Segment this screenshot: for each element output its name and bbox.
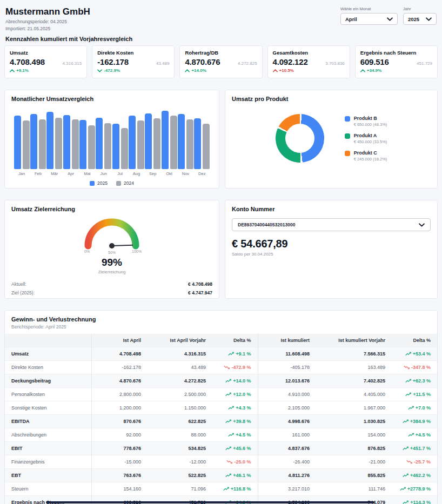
x-axis-label: Sep — [145, 171, 161, 176]
delta-badge: +11.5 % — [405, 392, 431, 397]
chevron-down-icon — [426, 17, 432, 21]
trend-down-icon — [404, 365, 410, 369]
delta-kumuliert-cell: +114.3 % — [392, 496, 437, 504]
bar-2025 — [162, 111, 169, 169]
delta-kumuliert-cell: +62.3 % — [392, 374, 437, 388]
kpi-value: 609.516 — [360, 57, 389, 66]
donut-legend-item: Produkt B € 650.000 (48.3%) — [345, 116, 387, 127]
account-card-title: Konto Nummer — [232, 206, 431, 212]
trend-down-icon — [226, 460, 232, 464]
ist-april-cell: 92.000 — [91, 428, 148, 442]
bar-group — [177, 111, 193, 169]
delta-april-cell: +14.0 % — [212, 374, 258, 388]
month-select-value: April — [345, 16, 357, 22]
ist-april-cell: 4.708.498 — [91, 347, 148, 361]
bar-2025 — [145, 113, 152, 169]
trend-up-icon — [225, 419, 231, 424]
billing-period-subtitle: Abrechnungsperiode: 04.2025 — [5, 19, 90, 24]
kpi-delta-value: -472.9% — [104, 68, 120, 73]
bar-group — [194, 111, 210, 169]
x-axis-label: Apr — [63, 171, 79, 176]
chevron-down-icon — [97, 69, 102, 72]
ist-kumuliert-cell: 161.000 — [258, 428, 316, 442]
ist-kumuliert-vorjahr-cell: 111.746 — [316, 482, 392, 496]
legend-item: 2024 — [116, 180, 134, 186]
kpi-delta: +14.0% — [185, 68, 257, 73]
x-axis-label: Feb — [30, 171, 46, 176]
page-header: Mustermann GmbH Abrechnungsperiode: 04.2… — [4, 4, 438, 33]
trend-up-icon — [403, 419, 408, 424]
profit-loss-card: Gewinn- und Verlustrechnung Berichtsperi… — [4, 310, 438, 504]
row-label: Sonstige Kosten — [5, 401, 91, 415]
delta-badge: -25.7 % — [406, 459, 431, 465]
delta-kumuliert-cell: +4.5 % — [392, 428, 437, 442]
kpi-value: -162.178 — [97, 57, 129, 66]
delta-kumuliert-cell: +451.7 % — [392, 442, 437, 455]
account-balance: € 54.667,89 — [232, 238, 431, 250]
delta-april-cell: +39.8 % — [212, 415, 258, 428]
header-text: Mustermann GmbH Abrechnungsperiode: 04.2… — [5, 6, 90, 31]
table-row: Finanzergebnis -15.000 -12.000 -25.0 % -… — [5, 455, 437, 469]
delta-april-cell: +4.5 % — [212, 428, 258, 442]
delta-badge: +451.7 % — [403, 446, 431, 451]
bar-2025 — [14, 116, 21, 169]
ist-april-cell: 870.676 — [91, 415, 148, 428]
delta-badge: +45.6 % — [225, 446, 251, 451]
x-axis-label: Mär — [46, 171, 63, 176]
bar-group — [46, 111, 63, 169]
bar-2024 — [104, 123, 111, 169]
delta-badge: +4.5 % — [228, 432, 251, 438]
ist-april-cell: 2.800.000 — [91, 388, 148, 401]
bar-chart-title: Monatlicher Umsatzvergleich — [11, 96, 212, 102]
bar-2024 — [153, 118, 160, 169]
kpi-card: Umsatz 4.708.498 4.316.315 +9.1% — [4, 45, 87, 78]
bar-2024 — [186, 119, 193, 169]
row-label: EBT — [5, 469, 91, 482]
bar-2025 — [79, 120, 86, 169]
trend-up-icon — [225, 473, 231, 478]
bar-group — [79, 111, 95, 169]
delta-badge: +4.3 % — [228, 405, 251, 411]
chevron-up-icon — [10, 69, 15, 72]
kpi-title: Umsatz — [10, 50, 82, 56]
delta-badge: +46.1 % — [225, 473, 251, 478]
gauge-pivot — [109, 243, 115, 248]
year-select[interactable]: 2025 — [403, 13, 437, 25]
gauge-tick-50: 50% — [108, 251, 116, 254]
delta-kumuliert-cell: +11.5 % — [392, 388, 437, 401]
ist-kumuliert-cell: 11.608.498 — [258, 347, 316, 361]
bar-group — [145, 111, 161, 169]
kpi-delta: +9.1% — [10, 68, 82, 73]
goal-row-value: € 4.747.947 — [188, 290, 212, 295]
delta-badge: +62.3 % — [405, 378, 431, 384]
month-select[interactable]: April — [340, 13, 398, 25]
donut-legend-value: € 450.000 (33.5%) — [354, 139, 387, 144]
kpi-delta: +34.9% — [360, 68, 432, 73]
row-label: Direkte Kosten — [5, 361, 91, 374]
kpi-delta-value: +14.0% — [191, 68, 206, 73]
row-label: EBIT — [5, 442, 91, 455]
bar-2024 — [55, 118, 62, 169]
trend-down-icon — [224, 365, 230, 369]
gauge-title: Umsatz Zielerreichung — [11, 206, 212, 212]
bar-2025 — [30, 114, 37, 169]
bar-2024 — [137, 120, 144, 169]
ist-kumuliert-vorjahr-cell: 855.825 — [316, 469, 392, 482]
bar-2024 — [88, 125, 95, 169]
account-select[interactable]: DE89370400440532013000 — [232, 218, 431, 231]
delta-badge: +9.1 % — [228, 351, 251, 357]
delta-april-cell: +46.1 % — [212, 469, 258, 482]
trend-up-icon — [403, 473, 408, 478]
ist-kumuliert-vorjahr-cell: 876.825 — [316, 442, 392, 455]
delta-kumuliert-cell: -347.8 % — [392, 361, 437, 374]
ist-april-vorjahr-cell: 622.825 — [148, 415, 212, 428]
gauge-tick-0: 0% — [84, 250, 90, 253]
ist-april-cell: 778.676 — [91, 442, 148, 455]
goal-rows: Aktuell: € 4.708.498 Ziel (2025): € 4.74… — [11, 280, 212, 297]
donut-legend-item: Produkt A € 450.000 (33.5%) — [345, 133, 387, 144]
kpi-previous-value: 4.272.825 — [238, 61, 257, 66]
bar-2024 — [72, 119, 79, 169]
ist-kumuliert-cell: -405.178 — [258, 361, 316, 374]
delta-april-cell: +4.3 % — [212, 401, 258, 415]
header-filters: Wähle ein Monat April Jahr 2025 — [340, 6, 437, 25]
